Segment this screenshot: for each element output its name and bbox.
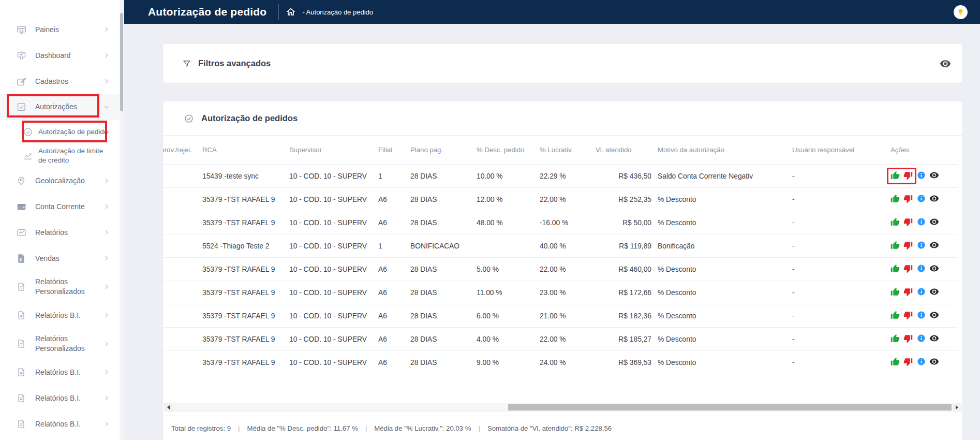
cell-rca: 5524 -Thiago Teste 2 [202,242,289,250]
info-icon [917,311,926,321]
view-details-button[interactable] [929,311,939,320]
table-header-row: aprov./rejei.RCASupervisorFilialPlano pa… [163,136,958,164]
cell-motivo: Saldo Conta Corrente Negativ [658,172,792,180]
view-details-button[interactable] [929,265,939,274]
approve-button[interactable] [890,288,900,297]
info-button[interactable] [916,265,926,274]
cell-rca: 35379 -TST RAFAEL 9 [202,266,289,273]
sidebar-subitem-autorizacao-de-pedido[interactable]: Autorização de pedido [0,120,124,144]
thumbs-up-icon [890,264,900,275]
view-details-button[interactable] [929,288,939,297]
sidebar-item-relatorios-bi-3[interactable]: Relatórios B.I. [0,385,124,411]
reject-button[interactable] [903,218,913,227]
sidebar-item-dashboard[interactable]: Dashboard [0,42,124,68]
reject-button[interactable] [903,311,913,320]
table-row: 35379 -TST RAFAEL 910 - COD. 10 - SUPERV… [163,281,958,304]
sidebar-item-autorizacoes[interactable]: Autorizações [0,94,124,120]
sidebar-item-relatorios-bi[interactable]: Relatórios B.I. [0,302,124,328]
cell-lucr: 24.00 % [540,359,596,366]
cell-filial: A6 [378,335,410,343]
cell-vl: R$ 369,53 [596,359,658,366]
approve-button[interactable] [890,218,900,227]
sidebar-item-geolocalizacao[interactable]: Geolocalização [0,168,124,194]
sidebar-item-vendas[interactable]: $ Vendas [0,245,124,271]
sidebar-scrollbar-thumb[interactable] [120,13,123,111]
sidebar-subitem-autorizacao-limite-credito[interactable]: Autorização de limite de crédito [0,144,124,168]
sidebar-item-relatorios-personalizados[interactable]: Relatórios Personalizados [0,271,124,302]
approve-reject-pair [890,195,913,204]
approve-button[interactable] [890,195,900,204]
info-button[interactable] [916,241,926,251]
cell-filial: A6 [378,312,410,320]
scrollbar-thumb[interactable] [508,404,952,410]
home-icon[interactable] [286,7,296,17]
sidebar-item-cadastros[interactable]: Cadastros [0,68,124,94]
help-tips-button[interactable] [954,5,968,19]
reject-button[interactable] [903,358,913,367]
sidebar-item-label: Relatórios Personalizados [35,334,93,354]
cell-filial: A6 [378,196,410,203]
eye-icon [929,194,939,205]
cell-usuario: - [792,289,890,297]
cell-usuario: - [792,196,890,203]
cell-lucr: 21.00 % [540,312,596,320]
sidebar-item-relatorios-personalizados-2[interactable]: Relatórios Personalizados [0,328,124,359]
cell-motivo: % Desconto [658,266,792,273]
sidebar-item-paineis[interactable]: Paineis [0,17,124,42]
cell-plano: 28 DIAS [410,196,477,203]
info-button[interactable] [916,195,926,204]
approve-button[interactable] [890,311,900,320]
toggle-visibility-button[interactable] [939,57,952,70]
table-row: 35379 -TST RAFAEL 910 - COD. 10 - SUPERV… [163,304,958,327]
chevron-right-icon [103,340,110,347]
reject-button[interactable] [903,241,913,251]
cell-actions [890,171,958,181]
view-details-button[interactable] [929,195,939,204]
sidebar-item-relatorios[interactable]: Relatórios [0,219,124,245]
info-button[interactable] [916,171,926,181]
view-details-button[interactable] [929,334,939,344]
reject-button[interactable] [903,334,913,344]
cell-plano: 28 DIAS [410,335,477,343]
advanced-filters-panel[interactable]: Filtros avançados [163,44,962,83]
view-details-button[interactable] [929,241,939,251]
info-button[interactable] [916,218,926,227]
table-row: 15439 -teste sync10 - COD. 10 - SUPERV12… [163,164,958,187]
sidebar-scrollbar[interactable] [120,0,124,440]
column-header-desc: % Desc. pedido [477,146,540,154]
scroll-right-button[interactable] [953,403,961,411]
sidebar: Paineis Dashboard Cadastros Autorizações… [0,0,124,440]
view-details-button[interactable] [929,218,939,227]
cell-desc: 11.00 % [477,289,540,297]
reject-button[interactable] [903,195,913,204]
info-button[interactable] [916,358,926,367]
scrollbar-track[interactable] [172,403,953,411]
view-details-button[interactable] [929,358,939,367]
sidebar-item-relatorios-bi-4[interactable]: Relatórios B.I. [0,411,124,437]
view-details-button[interactable] [929,171,939,181]
sidebar-item-label: Vendas [35,254,60,263]
info-button[interactable] [916,288,926,297]
approve-button[interactable] [890,241,900,251]
eye-icon [929,170,939,182]
approve-button[interactable] [890,334,900,344]
approve-button[interactable] [890,171,900,181]
horizontal-scrollbar[interactable] [164,403,961,412]
approve-button[interactable] [890,265,900,274]
reject-button[interactable] [903,288,913,297]
reject-button[interactable] [903,171,913,181]
cell-lucr: 22.00 % [540,266,596,273]
annotation-box-row-actions [890,171,913,181]
info-button[interactable] [916,311,926,320]
thumbs-down-icon [903,264,913,275]
sidebar-item-relatorios-bi-2[interactable]: Relatórios B.I. [0,359,124,385]
sidebar-item-conta-corrente[interactable]: Conta Corrente [0,194,124,219]
table-title-row: Autorização de pedidos [163,101,962,136]
cell-lucr: -16.00 % [540,219,596,227]
scroll-left-button[interactable] [165,403,172,411]
info-button[interactable] [916,334,926,344]
approve-button[interactable] [890,358,900,367]
reject-button[interactable] [903,265,913,274]
cell-motivo: % Desconto [658,312,792,320]
dashboard-icon [16,50,27,61]
